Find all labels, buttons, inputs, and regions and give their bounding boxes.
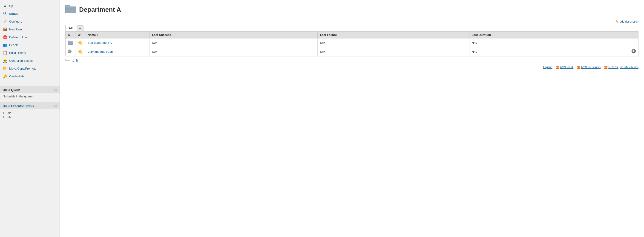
add-description-link[interactable]: ✏️ add description	[616, 20, 638, 23]
page-title: Department A	[79, 6, 121, 13]
row1-s-icon	[66, 39, 76, 47]
footer-links: Legend RSS RSS for all RSS RSS for failu…	[65, 66, 638, 69]
rss-latest-link[interactable]: RSS RSS for just latest builds	[604, 66, 638, 69]
rss-failures-link[interactable]: RSS RSS for failures	[577, 66, 600, 69]
row2-w-icon: ☀️	[76, 47, 85, 56]
sidebar-label-controlled-slaves: Controlled Slaves	[9, 59, 33, 62]
row1-last-failure: N/A	[318, 39, 469, 47]
rss-all-icon: RSS	[556, 66, 559, 69]
build-queue-empty: No builds in the queue.	[3, 95, 33, 98]
icon-size-m[interactable]: M	[76, 59, 78, 62]
move-icon: 📂	[3, 66, 7, 71]
row2-last-failure: N/A	[318, 47, 469, 56]
delete-icon: ⛔	[3, 35, 7, 39]
executor-1-number: 1	[3, 111, 4, 115]
new-item-icon: 📦	[3, 27, 7, 32]
sidebar-item-credentials[interactable]: 🔑 Credentials	[0, 72, 60, 80]
icon-size-s[interactable]: S	[72, 59, 74, 62]
tab-add[interactable]: +	[76, 25, 84, 31]
col-header-name[interactable]: Name ↓	[85, 32, 150, 39]
credentials-icon: 🔑	[3, 74, 7, 79]
slaves-icon: 👷	[3, 58, 7, 63]
icon-label: Icon:	[65, 59, 71, 62]
sidebar-item-people[interactable]: 👥 People	[0, 41, 60, 49]
main-content: Department A ✏️ add description All + S …	[60, 0, 644, 237]
build-executor-title: Build Executor Status	[3, 104, 34, 108]
jobs-table: S W Name ↓ Last Success Last Failure Las…	[65, 31, 638, 56]
executor-row-1: 1 Idle	[3, 111, 57, 115]
rss-all-label: RSS for all	[560, 66, 574, 69]
svg-line-1	[6, 14, 7, 15]
rss-failures-icon: RSS	[577, 66, 580, 69]
svg-rect-4	[65, 5, 70, 7]
sidebar-item-configure[interactable]: Configure	[0, 18, 60, 25]
build-queue-title: Build Queue	[3, 88, 20, 92]
row1-last-success: N/A	[150, 39, 318, 47]
build-queue-minimize[interactable]	[54, 89, 57, 91]
icon-size-l: L	[80, 59, 81, 62]
build-executor-title-link[interactable]: Build Executor Status	[3, 104, 34, 108]
sidebar-label-up: Up	[9, 4, 13, 8]
build-executor-header: Build Executor Status	[0, 102, 60, 109]
col-header-w: W	[76, 32, 85, 39]
table-row: ☀️ Sub-department A N/A N/A N/A	[66, 39, 638, 47]
sidebar-label-move-copy-promote: Move/Copy/Promote	[9, 67, 36, 70]
up-icon: ▲	[3, 4, 7, 8]
col-header-last-duration: Last Duration	[469, 32, 638, 39]
sidebar-item-up[interactable]: ▲ Up	[0, 2, 60, 10]
ball-gray-icon	[68, 50, 72, 53]
add-description-label: add description	[620, 20, 638, 23]
sidebar: ▲ Up Status Configure 📦 New Item ⛔	[0, 0, 60, 237]
row2-s-icon	[66, 47, 76, 56]
department-folder-icon	[65, 4, 76, 16]
legend-link[interactable]: Legend	[543, 66, 552, 69]
sidebar-item-controlled-slaves[interactable]: 👷 Controlled Slaves	[0, 57, 60, 65]
executor-row-2: 2 Idle	[3, 115, 57, 120]
row1-last-duration: N/A	[469, 39, 638, 47]
sidebar-label-configure: Configure	[9, 20, 22, 23]
page-header: Department A	[65, 4, 638, 16]
table-header: S W Name ↓ Last Success Last Failure Las…	[66, 32, 638, 39]
sidebar-label-new-item: New Item	[9, 28, 22, 31]
run-icon[interactable]	[631, 49, 636, 55]
sidebar-item-delete-folder[interactable]: ⛔ Delete Folder	[0, 33, 60, 41]
sidebar-item-build-history[interactable]: 📋 Build History	[0, 49, 60, 57]
col-header-last-failure: Last Failure	[318, 32, 469, 39]
tabs-row: All +	[65, 25, 638, 31]
rss-latest-icon: RSS	[604, 66, 608, 69]
col-header-last-success: Last Success	[150, 32, 318, 39]
sidebar-label-credentials: Credentials	[9, 75, 24, 78]
tab-all[interactable]: All	[65, 25, 76, 31]
row2-last-success: N/A	[150, 47, 318, 56]
legend-label: Legend	[543, 66, 552, 69]
row1-w-icon: ☀️	[76, 39, 85, 47]
sidebar-item-move-copy-promote[interactable]: 📂 Move/Copy/Promote	[0, 65, 60, 72]
rss-latest-label: RSS for just latest builds	[608, 66, 638, 69]
table-body: ☀️ Sub-department A N/A N/A N/A ☀️ Very …	[66, 39, 638, 56]
row2-last-duration: N/A	[470, 47, 638, 56]
build-executor-minimize[interactable]	[54, 105, 57, 107]
sidebar-label-delete-folder: Delete Folder	[9, 36, 27, 39]
build-queue-body: No builds in the queue.	[0, 93, 60, 100]
executor-1-status: Idle	[7, 111, 12, 115]
edit-icon: ✏️	[616, 20, 619, 23]
svg-point-0	[4, 12, 6, 14]
sidebar-label-build-history: Build History	[9, 51, 26, 55]
rss-all-link[interactable]: RSS RSS for all	[556, 66, 574, 69]
job-link-subdepartment-a[interactable]: Sub-department A	[88, 41, 112, 45]
rss-failures-label: RSS for failures	[581, 66, 600, 69]
build-queue-header: Build Queue	[0, 86, 60, 93]
sidebar-item-new-item[interactable]: 📦 New Item	[0, 25, 60, 33]
table-row: ☀️ Very Important Job N/A N/A N/A	[66, 47, 638, 56]
build-history-icon: 📋	[3, 51, 7, 55]
wrench-icon	[3, 19, 7, 24]
sidebar-item-status[interactable]: Status	[0, 10, 60, 18]
people-icon: 👥	[3, 43, 7, 47]
sidebar-label-status: Status	[9, 12, 18, 16]
executor-2-status: Idle	[7, 116, 12, 119]
icon-size-row: Icon: S M L	[65, 59, 638, 62]
sidebar-nav: ▲ Up Status Configure 📦 New Item ⛔	[0, 2, 60, 80]
job-link-very-important-job[interactable]: Very Important Job	[88, 50, 113, 54]
row2-name-cell: Very Important Job	[85, 47, 150, 56]
col-header-s: S	[66, 32, 76, 39]
